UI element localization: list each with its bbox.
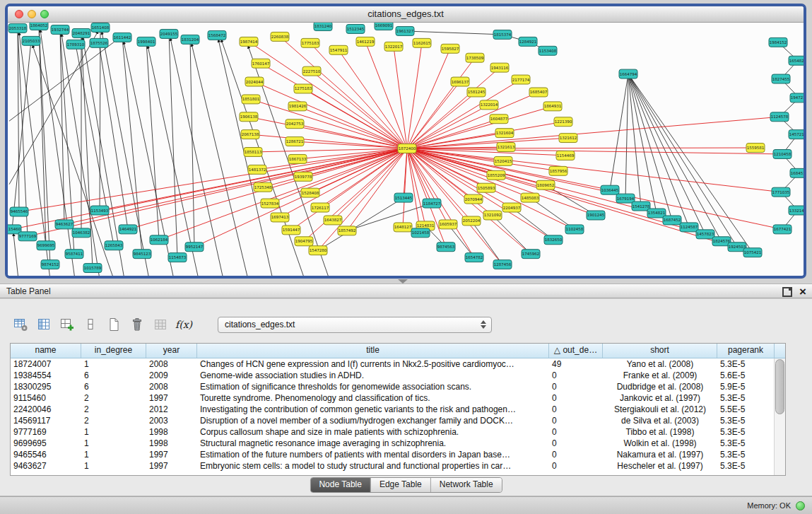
network-node[interactable]: 9699695 xyxy=(37,241,55,250)
network-graph[interactable]: 2053318186405219327442048291165140821050… xyxy=(8,23,804,276)
citation-edge[interactable] xyxy=(169,34,177,257)
network-node[interactable]: 1827455 xyxy=(772,74,790,83)
citation-edge[interactable] xyxy=(405,31,502,35)
network-canvas[interactable]: 2053318186405219327442048291165140821050… xyxy=(8,23,804,276)
network-node[interactable]: 1901245 xyxy=(587,211,605,220)
network-node[interactable]: 1332145 xyxy=(789,206,804,215)
network-node[interactable]: 1321604 xyxy=(495,129,514,138)
network-node[interactable]: 1481372 xyxy=(248,165,266,174)
network-node[interactable]: 1513445 xyxy=(394,193,413,202)
network-node[interactable]: 1275183 xyxy=(294,84,312,93)
network-node[interactable]: 2067138 xyxy=(241,130,259,139)
network-node[interactable]: 1547911 xyxy=(329,45,348,54)
network-node[interactable]: 1457212 xyxy=(789,130,804,139)
network-node[interactable]: 1485083 xyxy=(521,193,539,202)
citation-edge[interactable] xyxy=(39,25,46,245)
network-node[interactable]: 1687452 xyxy=(663,216,681,225)
citation-edge[interactable] xyxy=(628,74,737,247)
network-node[interactable]: 1512345 xyxy=(346,24,365,33)
citation-edge-red[interactable] xyxy=(407,117,779,148)
table-row[interactable]: 1456911722003Disruption of a novel membe… xyxy=(11,415,785,426)
citation-edge[interactable] xyxy=(100,28,100,211)
network-node[interactable]: 1961327 xyxy=(396,26,414,35)
citation-edge-red[interactable] xyxy=(407,92,539,148)
network-node[interactable]: 9777169 xyxy=(18,232,37,241)
network-node[interactable]: 1987414 xyxy=(240,37,258,46)
float-panel-icon[interactable] xyxy=(782,287,792,297)
network-node[interactable]: 1528408 xyxy=(301,188,319,197)
network-node[interactable]: 1872400 xyxy=(398,144,416,153)
network-node[interactable]: 1153408 xyxy=(539,46,557,55)
network-node[interactable]: 1286721 xyxy=(286,137,304,146)
network-node[interactable]: 2053318 xyxy=(8,23,27,33)
citation-edge-red[interactable] xyxy=(310,43,407,148)
network-node[interactable]: 1932744 xyxy=(51,25,69,34)
memory-status-dot[interactable] xyxy=(796,501,805,510)
network-node[interactable]: 1284921 xyxy=(519,37,537,46)
network-node[interactable]: 1904795 xyxy=(295,237,313,246)
table-row[interactable]: 1872400712008Changes of HCN gene express… xyxy=(11,358,785,370)
table-scrollbar[interactable] xyxy=(774,358,785,475)
table-row[interactable]: 2242004622012Investigating the contribut… xyxy=(11,404,785,415)
citation-edge[interactable] xyxy=(13,233,18,276)
table-row[interactable]: 911546021997Tourette syndrome. Phenomeno… xyxy=(11,392,785,404)
create-column-button[interactable] xyxy=(58,315,76,334)
network-node[interactable]: 1939778 xyxy=(294,172,312,181)
network-node[interactable]: 1102458 xyxy=(565,225,584,234)
column-header[interactable]: △ out_de… xyxy=(549,344,603,358)
column-header[interactable]: short xyxy=(603,344,717,358)
citation-edge-red[interactable] xyxy=(407,148,610,190)
citation-edge-red[interactable] xyxy=(407,92,476,148)
citation-edge[interactable] xyxy=(493,215,531,254)
network-node[interactable]: 2204937 xyxy=(502,203,521,212)
citation-edge-red[interactable] xyxy=(404,148,407,198)
column-header[interactable]: title xyxy=(197,344,549,358)
network-node[interactable]: 1738509 xyxy=(466,53,484,62)
network-node[interactable]: 1611442 xyxy=(113,33,131,42)
citation-edge[interactable] xyxy=(102,32,149,276)
network-node[interactable]: 1321092 xyxy=(483,211,502,220)
citation-edge-red[interactable] xyxy=(251,99,407,148)
network-node[interactable]: 9587411 xyxy=(65,250,83,259)
citation-edge[interactable] xyxy=(170,38,223,276)
network-node[interactable]: 1815374 xyxy=(493,30,512,39)
network-node[interactable]: 1943116 xyxy=(490,63,509,72)
network-node[interactable]: 2052204 xyxy=(462,216,481,226)
citation-edge[interactable] xyxy=(190,40,194,247)
delete-table-button[interactable] xyxy=(128,315,146,334)
network-node[interactable]: 1210458 xyxy=(773,149,792,158)
new-table-button[interactable] xyxy=(105,315,123,334)
column-header[interactable]: name xyxy=(11,344,81,358)
network-node[interactable]: 2042753 xyxy=(286,119,304,129)
network-node[interactable]: 1771035 xyxy=(772,187,790,197)
network-node[interactable]: 1857956 xyxy=(549,166,567,175)
table-mode-button[interactable] xyxy=(11,315,30,334)
network-node[interactable]: 1464921 xyxy=(119,225,137,234)
network-node[interactable]: 1265843 xyxy=(105,241,123,250)
network-node[interactable]: 1789310 xyxy=(66,40,85,49)
citation-edge[interactable] xyxy=(146,42,159,240)
network-node[interactable]: 1906138 xyxy=(240,112,258,122)
network-node[interactable]: 1654782 xyxy=(465,253,483,262)
network-node[interactable]: 1124578 xyxy=(770,112,789,122)
network-node[interactable]: 9845123 xyxy=(133,250,151,259)
scrollbar-thumb[interactable] xyxy=(775,359,784,414)
network-node[interactable]: 2260838 xyxy=(271,32,289,41)
column-header[interactable]: in_degree xyxy=(81,344,146,358)
citation-edge-red[interactable] xyxy=(250,134,407,148)
network-node[interactable]: 1154873 xyxy=(168,253,187,262)
network-node[interactable]: 2024044 xyxy=(245,77,264,86)
network-node[interactable]: 1547280 xyxy=(309,246,327,255)
network-node[interactable]: 1036445 xyxy=(601,185,619,194)
function-builder-button[interactable]: f(x) xyxy=(175,315,193,334)
column-header[interactable]: pagerank xyxy=(717,344,775,358)
citation-edge-red[interactable] xyxy=(407,49,450,148)
network-node[interactable]: 1775183 xyxy=(301,38,319,47)
citation-edge[interactable] xyxy=(628,74,657,214)
table-row[interactable]: 946362711997Embryonic stem cells: a mode… xyxy=(11,460,785,472)
citation-edge-red[interactable] xyxy=(28,148,407,236)
network-node[interactable]: 1062184 xyxy=(150,235,168,245)
network-node[interactable]: 2227510 xyxy=(302,66,321,76)
network-node[interactable]: 1605937 xyxy=(439,220,457,229)
network-node[interactable]: 1604877 xyxy=(490,115,508,124)
